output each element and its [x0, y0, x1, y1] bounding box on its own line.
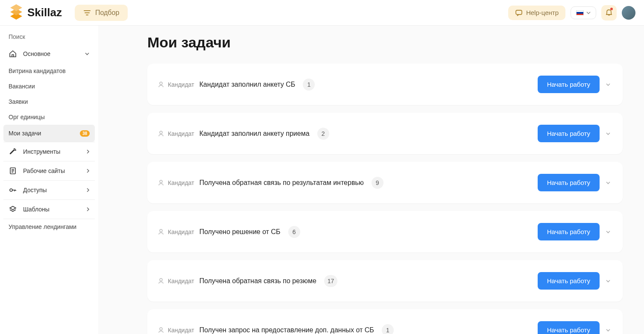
task-title: Кандидат заполнил анкету СБ: [199, 81, 296, 88]
task-title: Получена обратная связь по результатам и…: [199, 179, 364, 187]
task-title: Получена обратная связь по резюме: [199, 277, 316, 285]
task-title: Получен запрос на предоставление доп. да…: [199, 326, 374, 334]
task-title: Кандидат заполнил анкету приема: [199, 130, 310, 138]
task-count: 9: [372, 177, 383, 189]
candidate-icon: [158, 81, 164, 88]
main-content: Мои задачи КандидатКандидат заполнил анк…: [98, 26, 644, 334]
expand-toggle[interactable]: [604, 179, 612, 186]
task-title: Получено решение от СБ: [199, 228, 281, 236]
task-count: 1: [382, 324, 394, 334]
task-card: КандидатПолучена обратная связь по резюм…: [147, 260, 623, 302]
candidate-icon: [158, 130, 164, 137]
sidebar-shablony-label: Шаблоны: [23, 206, 50, 213]
svg-point-8: [10, 189, 12, 191]
chevron-right-icon: [86, 149, 90, 154]
task-tag: Кандидат: [168, 130, 194, 137]
svg-point-16: [160, 278, 162, 281]
notification-dot: [610, 8, 613, 10]
page-title: Мои задачи: [147, 34, 623, 51]
podbor-button[interactable]: Подбор: [75, 5, 128, 21]
flag-ru-icon: [576, 10, 584, 15]
language-selector[interactable]: [571, 6, 596, 19]
chevron-down-icon: [85, 52, 90, 56]
svg-point-15: [160, 229, 162, 232]
sidebar-osnovnoe-label: Основное: [23, 50, 50, 57]
task-tag: Кандидат: [168, 179, 194, 186]
podbor-label: Подбор: [95, 9, 119, 17]
expand-toggle[interactable]: [604, 81, 612, 88]
start-work-button[interactable]: Начать работу: [538, 223, 600, 240]
candidate-icon: [158, 179, 164, 186]
candidate-icon: [158, 229, 164, 235]
start-work-button[interactable]: Начать работу: [538, 272, 600, 290]
sidebar-item-osnovnoe[interactable]: Основное: [3, 44, 95, 63]
notifications-button[interactable]: [601, 5, 617, 21]
logo-text: Skillaz: [27, 6, 62, 19]
svg-point-17: [160, 328, 162, 330]
sidebar-item-rabochie[interactable]: Рабочие сайты: [3, 161, 95, 180]
svg-point-14: [160, 180, 162, 183]
svg-rect-3: [516, 10, 522, 15]
task-count: 17: [324, 275, 338, 287]
logo-icon: [9, 4, 24, 21]
sidebar-item-moi-zadachi[interactable]: Мои задачи 38: [3, 125, 95, 142]
expand-toggle[interactable]: [604, 229, 612, 235]
sidebar-item-org[interactable]: Орг единицы: [3, 109, 95, 125]
sidebar-item-dostupy[interactable]: Доступы: [3, 181, 95, 199]
sidebar-dostupy-label: Доступы: [23, 187, 47, 193]
sidebar-search[interactable]: Поиск: [3, 29, 95, 44]
sidebar-item-shablony[interactable]: Шаблоны: [3, 200, 95, 219]
task-card: КандидатПолучена обратная связь по резул…: [147, 162, 623, 203]
svg-point-12: [160, 82, 162, 85]
chevron-right-icon: [86, 188, 90, 193]
document-icon: [9, 167, 17, 175]
sidebar: Поиск Основное Витрина кандидатов Ваканс…: [0, 26, 98, 334]
expand-toggle[interactable]: [604, 130, 612, 137]
task-card: КандидатПолучен запрос на предоставление…: [147, 309, 623, 334]
layers-icon: [9, 205, 17, 214]
task-count: 2: [317, 128, 329, 140]
tasks-list: КандидатКандидат заполнил анкету СБ1Нача…: [147, 64, 623, 334]
wrench-icon: [9, 147, 17, 156]
sidebar-item-vitrina[interactable]: Витрина кандидатов: [3, 63, 95, 79]
task-tag: Кандидат: [168, 81, 194, 88]
candidate-icon: [158, 278, 164, 284]
key-icon: [9, 186, 17, 194]
chevron-right-icon: [86, 207, 90, 212]
task-card: КандидатКандидат заполнил анкету СБ1Нача…: [147, 64, 623, 105]
expand-toggle[interactable]: [604, 278, 612, 284]
chat-icon: [515, 9, 523, 17]
start-work-button[interactable]: Начать работу: [538, 174, 600, 191]
task-tag: Кандидат: [168, 278, 194, 284]
task-card: КандидатКандидат заполнил анкету приема2…: [147, 113, 623, 154]
sidebar-item-landing[interactable]: Управление лендингами: [3, 219, 95, 234]
user-avatar[interactable]: [622, 6, 635, 20]
task-tag: Кандидат: [168, 229, 194, 235]
task-tag: Кандидат: [168, 327, 194, 334]
sidebar-item-instrumenty[interactable]: Инструменты: [3, 142, 95, 161]
help-label: Help-центр: [526, 9, 559, 16]
sidebar-rabochie-label: Рабочие сайты: [23, 167, 65, 174]
sidebar-item-zayavki[interactable]: Заявки: [3, 94, 95, 109]
task-card: КандидатПолучено решение от СБ6Начать ра…: [147, 211, 623, 252]
home-icon: [9, 50, 17, 58]
logo[interactable]: Skillaz: [9, 4, 62, 21]
task-count: 6: [288, 226, 300, 238]
chevron-right-icon: [86, 168, 90, 173]
sidebar-instrumenty-label: Инструменты: [23, 148, 60, 155]
start-work-button[interactable]: Начать работу: [538, 321, 600, 334]
task-count: 1: [303, 79, 315, 91]
help-center-button[interactable]: Help-центр: [508, 6, 565, 20]
start-work-button[interactable]: Начать работу: [538, 125, 600, 142]
chevron-down-icon: [586, 12, 591, 14]
svg-point-13: [160, 131, 162, 134]
sidebar-item-vakansii[interactable]: Вакансии: [3, 79, 95, 94]
header: Skillaz Подбор Help-центр: [0, 0, 644, 26]
start-work-button[interactable]: Начать работу: [538, 76, 600, 93]
candidate-icon: [158, 327, 164, 334]
expand-toggle[interactable]: [604, 327, 612, 334]
sidebar-moi-label: Мои задачи: [9, 130, 41, 137]
filter-icon: [83, 9, 91, 16]
tasks-badge: 38: [80, 130, 90, 137]
